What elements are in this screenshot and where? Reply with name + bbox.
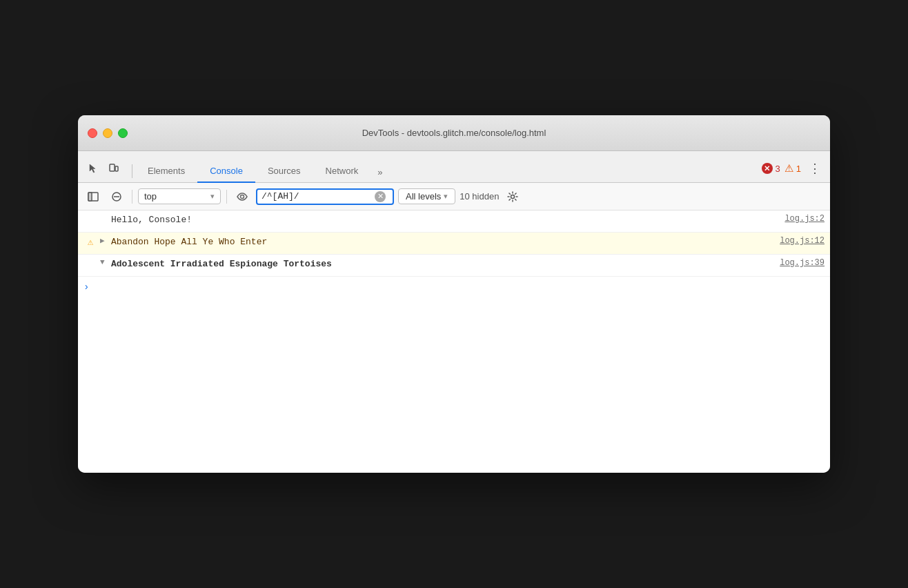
inspect-element-button[interactable] — [83, 159, 103, 178]
tab-elements[interactable]: Elements — [135, 160, 197, 183]
device-toolbar-button[interactable] — [104, 159, 124, 178]
warning-triangle-icon: ⚠ — [88, 236, 93, 248]
error-icon: ✕ — [762, 163, 773, 174]
row-link[interactable]: log.js:2 — [773, 214, 825, 224]
console-row-warning: ⚠ ▶ Abandon Hope All Ye Who Enter log.js… — [78, 233, 830, 255]
warning-count: 1 — [796, 164, 801, 174]
minimize-button[interactable] — [103, 128, 112, 138]
traffic-lights — [88, 128, 128, 138]
context-value: top — [144, 191, 157, 202]
filter-clear-button[interactable]: ✕ — [375, 191, 386, 202]
row-content-warning: Abandon Hope All Ye Who Enter — [111, 236, 769, 247]
svg-rect-0 — [110, 164, 115, 171]
svg-rect-3 — [88, 193, 92, 201]
console-prompt[interactable]: › — [78, 277, 830, 297]
error-count: 3 — [776, 164, 780, 174]
console-row: Hello, Console! log.js:2 — [78, 210, 830, 233]
tab-bar-right: ✕ 3 ⚠ 1 ⋮ — [762, 159, 825, 178]
devtools-menu-button[interactable]: ⋮ — [805, 159, 825, 178]
console-toolbar: top ▾ ✕ All levels ▾ 10 hidden — [78, 183, 830, 210]
row-content: Hello, Console! — [111, 214, 773, 225]
console-output: Hello, Console! log.js:2 ⚠ ▶ Abandon Hop… — [78, 210, 830, 473]
console-row-adolescent: ▼ Adolescent Irradiated Espionage Tortoi… — [78, 255, 830, 277]
tab-bar: Elements Console Sources Network » ✕ 3 ⚠… — [78, 151, 830, 183]
context-chevron-icon: ▾ — [210, 192, 215, 201]
levels-label: All levels — [406, 191, 441, 202]
toolbar-divider-2 — [226, 190, 227, 204]
prompt-chevron-icon: › — [83, 282, 89, 293]
hidden-count: 10 hidden — [460, 191, 499, 202]
devtools-window: DevTools - devtools.glitch.me/console/lo… — [78, 115, 830, 473]
tab-more-button[interactable]: » — [371, 161, 389, 183]
row-toggle-3[interactable]: ▼ — [100, 258, 111, 266]
console-settings-button[interactable] — [503, 187, 522, 206]
svg-rect-1 — [115, 166, 118, 171]
tab-console[interactable]: Console — [197, 160, 255, 183]
toolbar-divider-1 — [132, 190, 132, 204]
warning-icon: ⚠ — [784, 162, 793, 175]
clear-console-button[interactable] — [107, 187, 126, 206]
row-link-warning[interactable]: log.js:12 — [769, 236, 825, 246]
levels-chevron-icon: ▾ — [444, 192, 448, 201]
tab-bar-divider — [132, 164, 132, 178]
tab-bar-icons — [83, 159, 124, 178]
warning-badge[interactable]: ⚠ 1 — [784, 162, 801, 175]
filter-input[interactable] — [261, 191, 372, 202]
show-drawer-button[interactable] — [83, 187, 103, 206]
svg-point-7 — [511, 195, 515, 198]
window-title: DevTools - devtools.glitch.me/console/lo… — [362, 128, 546, 138]
tab-network[interactable]: Network — [313, 160, 371, 183]
row-toggle-warning[interactable]: ▶ — [100, 236, 111, 245]
error-badge[interactable]: ✕ 3 — [762, 163, 780, 174]
warning-row-icon: ⚠ — [83, 236, 97, 248]
row-content-3: Adolescent Irradiated Espionage Tortoise… — [111, 258, 769, 269]
log-level-selector[interactable]: All levels ▾ — [398, 188, 455, 204]
tab-sources[interactable]: Sources — [255, 160, 313, 183]
context-selector[interactable]: top ▾ — [138, 188, 221, 204]
live-expression-button[interactable] — [233, 187, 252, 206]
row-link-3[interactable]: log.js:39 — [769, 258, 825, 268]
title-bar: DevTools - devtools.glitch.me/console/lo… — [78, 115, 830, 151]
svg-point-6 — [241, 195, 244, 198]
maximize-button[interactable] — [118, 128, 128, 138]
filter-input-wrapper: ✕ — [256, 188, 394, 205]
close-button[interactable] — [88, 128, 97, 138]
